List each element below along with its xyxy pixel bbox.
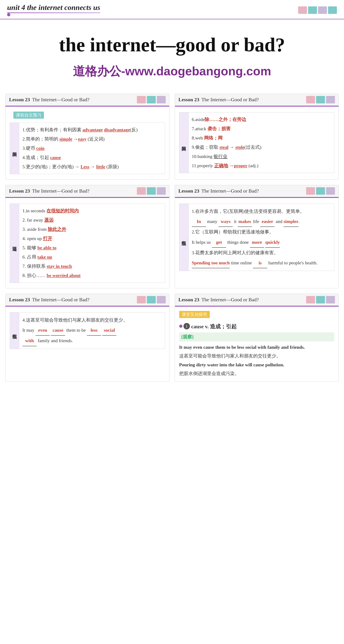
header-img-2 (308, 6, 317, 14)
card-1-header-left: Lesson 23 The Internet—Good or Bad? (9, 97, 89, 102)
card-1: Lesson 23 The Internet—Good or Bad? 课前自主… (5, 94, 169, 180)
sent-row-4-zh: 4.这甚至可能会导致他们与家人和朋友的交往更少。 (23, 315, 162, 325)
header-img-1 (298, 6, 307, 14)
card-2-vocab-content: 6.aside除……之外；在旁边 7.attack 袭击；损害 8.web 网络… (189, 112, 334, 173)
card-4: Lesson 23 The Internet—Good or Bad? 句型在线… (175, 185, 339, 288)
vocab-point-num: 1 (183, 323, 190, 329)
card-3-header-left: Lesson 23 The Internet—Good or Bad? (9, 188, 89, 194)
card-5-icon-2 (147, 296, 156, 304)
card-5-sentence-content: 4.这甚至可能会导致他们与家人和朋友的交往更少。 It may even cau… (19, 312, 165, 349)
card-2-sidebar: 单词闯关 (179, 112, 189, 173)
card-6: Lesson 23 The Internet—Good or Bad? 课堂互动… (175, 294, 339, 382)
card-3-phrase-table: 短语互译 1.in seconds 在很短的时间内 2. far away 遥远… (10, 204, 165, 283)
card-4-header-left: Lesson 23 The Internet—Good or Bad? (178, 188, 259, 194)
card-6-icons (306, 296, 335, 304)
vocab-row-2: 2.简单的；简明的 simple →easy (近义词) (23, 134, 162, 144)
card-6-header: Lesson 23 The Internet—Good or Bad? (175, 294, 339, 306)
example-1-en: It may even cause them to be less social… (179, 343, 334, 352)
card-1-vocab-table: 单词闯关 1.优势；有利条件；有利因素 advantage disadvanta… (10, 122, 165, 174)
page-header: unit 4 the internet connects us (0, 0, 344, 19)
card-5-header-left: Lesson 23 The Internet—Good or Bad? (9, 297, 89, 302)
header-divider (7, 12, 100, 13)
cards-grid: Lesson 23 The Internet—Good or Bad? 课前自主… (0, 86, 344, 389)
card-2-vocab-table: 单词闯关 6.aside除……之外；在旁边 7.attack 袭击；损害 8.w… (179, 112, 334, 173)
card-5-icon-3 (157, 296, 166, 304)
card-6-lesson-title: The Internet—Good or Bad? (201, 297, 259, 302)
card-3-icons (137, 187, 166, 195)
card-3-icon-2 (147, 187, 156, 195)
vocab-row-8: 8.web 网络；网 (192, 134, 331, 143)
example-2-zh: 把脏水倒进湖里会造成污染。 (179, 369, 334, 378)
card-5-sidebar: 句型在线 (10, 312, 19, 349)
card-5-icon-1 (137, 296, 146, 304)
sent-row-4-en2: with family and friends. (23, 336, 162, 346)
card-1-icon-1 (137, 96, 146, 104)
card-1-vocab-content: 1.优势；有利条件；有利因素 advantage disadvantage(反)… (19, 123, 165, 174)
card-5-icons (137, 296, 166, 304)
card-3-icon-3 (157, 187, 166, 195)
card-5-header: Lesson 23 The Internet—Good or Bad? (6, 294, 169, 306)
card-1-body: 课前自主预习 单词闯关 1.优势；有利条件；有利因素 advantage dis… (6, 106, 169, 180)
card-2: Lesson 23 The Internet—Good or Bad? 单词闯关… (175, 94, 339, 180)
example-2-en: Pouring dirty water into the lake will c… (179, 360, 334, 369)
card-5-lesson-num: Lesson 23 (9, 297, 30, 302)
sent-row-1-en: In many ways it makes life easier and si… (192, 216, 331, 227)
header-title: unit 4 the internet connects us (7, 3, 100, 12)
card-6-icon-3 (326, 296, 335, 304)
main-title: the internet—good or bad? (0, 34, 344, 56)
card-3-body: 短语互译 1.in seconds 在很短的时间内 2. far away 遥远… (6, 198, 169, 288)
sent-row-2-zh: 2.它（互联网）帮助我们更迅速地做事。 (192, 227, 331, 237)
card-2-lesson-title: The Internet—Good or Bad? (201, 97, 259, 102)
phrase-row-5: 5. 能够 be able to (23, 243, 162, 252)
card-4-sentence-content: 1.在许多方面，它(互联网)使生活变得更容易、更简单。 In many ways… (189, 204, 334, 271)
card-1-sidebar: 单词闯关 (10, 123, 19, 174)
header-left: unit 4 the internet connects us (7, 3, 100, 17)
vocab-point-header: 1 cause v. 造成；引起 (179, 321, 334, 331)
card-2-lesson-num: Lesson 23 (178, 97, 199, 102)
card-4-icon-2 (316, 187, 325, 195)
card-4-sidebar: 句型在线 (179, 204, 189, 271)
classroom-tag: 课堂互动探究 (179, 311, 210, 318)
card-4-sentence-area: 句型在线 1.在许多方面，它(互联网)使生活变得更容易、更简单。 In many… (179, 204, 334, 271)
card-2-header-left: Lesson 23 The Internet—Good or Bad? (178, 97, 259, 102)
card-1-header: Lesson 23 The Internet—Good or Bad? (6, 94, 169, 106)
phrase-row-3: 3. aside from 除此之外 (23, 225, 162, 234)
phrase-row-2: 2. far away 遥远 (23, 216, 162, 225)
card-5-body: 句型在线 4.这甚至可能会导致他们与家人和朋友的交往更少。 It may eve… (6, 307, 169, 354)
vocab-point-section: 1 cause v. 造成；引起 [观察] It may even cause … (179, 321, 334, 378)
card-5: Lesson 23 The Internet—Good or Bad? 句型在线… (5, 294, 169, 382)
phrase-row-7: 7. 保持联系 stay in touch (23, 262, 162, 271)
sent-row-2-en: It helps us get things done more quickly (192, 237, 331, 248)
card-2-icon-1 (306, 96, 315, 104)
header-dot (7, 13, 10, 16)
main-title-area: the internet—good or bad? 道格办公-www.daoge… (0, 19, 344, 86)
card-6-body: 课堂互动探究 1 cause v. 造成；引起 [观察] It may even… (175, 307, 339, 382)
card-4-icon-3 (326, 187, 335, 195)
vocab-row-5: 5.更少的(地)；更小的(地) → Less → little (原级) (23, 162, 162, 172)
card-4-header: Lesson 23 The Internet—Good or Bad? (175, 185, 339, 197)
observation-box: [观察] (179, 332, 334, 342)
card-1-icon-2 (147, 96, 156, 104)
card-3: Lesson 23 The Internet—Good or Bad? 短语互译… (5, 185, 169, 288)
vocab-row-1: 1.优势；有利条件；有利因素 advantage disadvantage(反) (23, 125, 162, 134)
card-3-icon-1 (137, 187, 146, 195)
header-images (298, 6, 337, 14)
vocab-row-3: 3.硬币 coin (23, 144, 162, 153)
phrase-row-8: 8. 担心…… be worried about (23, 271, 162, 280)
card-1-lesson-num: Lesson 23 (9, 97, 30, 102)
card-6-header-left: Lesson 23 The Internet—Good or Bad? (178, 297, 259, 302)
card-1-lesson-title: The Internet—Good or Bad? (32, 97, 89, 102)
card-3-phrase-content: 1.in seconds 在很短的时间内 2. far away 遥远 3. a… (19, 204, 165, 283)
card-3-lesson-title: The Internet—Good or Bad? (32, 188, 89, 194)
vocab-row-9: 9.偷盗；窃取 steal → stole(过去式) (192, 143, 331, 152)
card-4-icon-1 (306, 187, 315, 195)
card-2-header: Lesson 23 The Internet—Good or Bad? (175, 94, 339, 106)
card-6-icon-1 (306, 296, 315, 304)
card-4-lesson-title: The Internet—Good or Bad? (201, 188, 259, 194)
card-2-icon-3 (326, 96, 335, 104)
card-4-body: 句型在线 1.在许多方面，它(互联网)使生活变得更容易、更简单。 In many… (175, 198, 339, 276)
header-img-3 (318, 6, 327, 14)
vocab-row-6: 6.aside除……之外；在旁边 (192, 115, 331, 124)
card-6-lesson-num: Lesson 23 (178, 297, 199, 302)
card-2-body: 单词闯关 6.aside除……之外；在旁边 7.attack 袭击；损害 8.w… (175, 106, 339, 178)
